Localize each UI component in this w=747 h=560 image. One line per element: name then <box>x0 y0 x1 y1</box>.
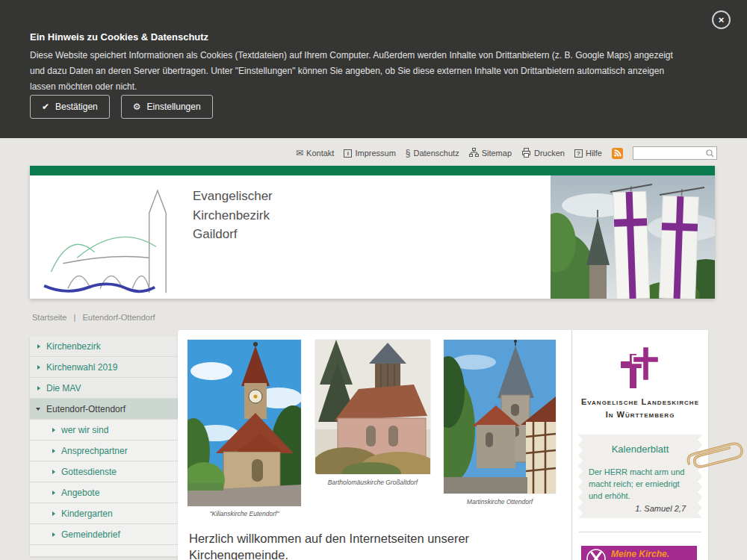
cookie-banner-title: Ein Hinweis zu Cookies & Datenschutz <box>30 31 208 43</box>
site-title-line2: Kirchenbezirk <box>193 206 273 225</box>
nav-drucken-label: Drucken <box>534 149 565 158</box>
sidebar-item-wer-wir-sind[interactable]: wer wir sind <box>30 420 178 441</box>
sidebar-item-label: Kindergarten <box>61 508 113 519</box>
printer-icon <box>521 148 531 159</box>
nav-drucken[interactable]: Drucken <box>521 148 565 159</box>
sidebar-item-label: Kirchenwahl 2019 <box>46 362 117 373</box>
site-title: Evangelischer Kirchenbezirk Gaildorf <box>193 187 273 244</box>
sidebar-item-kirchenbezirk[interactable]: Kirchenbezirk <box>30 336 178 357</box>
site-header: Evangelischer Kirchenbezirk Gaildorf <box>30 166 715 299</box>
chevron-right-icon <box>52 449 55 453</box>
kalenderblatt-quote: Der HERR macht arm und macht reich; er e… <box>589 467 692 503</box>
envelope-icon: ✉ <box>296 149 303 158</box>
gear-icon: ⚙ <box>133 102 141 112</box>
close-icon[interactable]: × <box>712 10 731 29</box>
sidebar-item-label: wer wir sind <box>61 425 108 435</box>
chevron-right-icon <box>52 491 55 495</box>
landeskirche-name-line2: In Württemberg <box>572 408 708 421</box>
sidebar-item-angebote[interactable]: Angebote <box>30 482 178 503</box>
search-icon[interactable] <box>706 149 714 159</box>
site-title-line3: Gaildorf <box>193 225 273 244</box>
chevron-right-icon <box>37 386 40 391</box>
meine-kirche-text: Meine Kirche. <box>611 549 669 559</box>
cookie-banner: × Ein Hinweis zu Cookies & Datenschutz D… <box>0 0 747 138</box>
sidebar-item-label: Gemeindebrief <box>61 529 120 540</box>
sidebar-item-label: Die MAV <box>46 383 81 393</box>
breadcrumb-current[interactable]: Eutendorf-Ottendorf <box>82 313 155 322</box>
nav-kontakt[interactable]: ✉ Kontakt <box>296 149 334 158</box>
nav-sitemap-label: Sitemap <box>482 149 512 158</box>
photo-caption: "Kilianskirche Eutendorf" <box>187 510 301 517</box>
sitemap-icon <box>469 148 479 158</box>
church-photo-grossaltdorf[interactable]: Bartholomäuskirche Großaltdorf <box>315 340 430 474</box>
check-icon: ✔ <box>42 102 49 112</box>
sidebar-item-label: Eutendorf-Ottendorf <box>46 404 125 414</box>
sidebar-item-label: Ansprechpartner <box>61 446 128 456</box>
breadcrumb-home[interactable]: Startseite <box>32 313 66 322</box>
header-green-bar <box>30 166 715 175</box>
landeskirche-logo[interactable]: Evangelische Landeskirche In Württemberg <box>572 346 708 420</box>
chevron-right-icon <box>52 511 55 516</box>
settings-button-label: Einstellungen <box>147 102 201 112</box>
chevron-right-icon <box>52 428 55 432</box>
main-content: "Kilianskirche Eutendorf" <box>178 330 571 560</box>
kalenderblatt-source: 1. Samuel 2,7 <box>578 504 686 513</box>
nav-hilfe[interactable]: ? Hilfe <box>574 149 602 158</box>
landeskirche-name-line1: Evangelische Landeskirche <box>572 396 708 408</box>
site-title-line1: Evangelischer <box>193 187 273 206</box>
breadcrumb: Startseite | Eutendorf-Ottendorf <box>32 313 155 322</box>
nav-datenschutz[interactable]: § Datenschutz <box>406 149 459 158</box>
rss-icon[interactable] <box>612 148 623 159</box>
utility-nav: ✉ Kontakt i Impressum § Datenschutz Site… <box>296 146 717 160</box>
sidebar-item-gottesdienste[interactable]: Gottesdienste <box>30 461 178 482</box>
chevron-right-icon <box>37 365 40 370</box>
search-box <box>633 146 717 160</box>
right-sidebar: Evangelische Landeskirche In Württemberg… <box>572 330 708 560</box>
sidebar-item-label: Kirchenbezirk <box>46 341 101 352</box>
sidebar-item-die-mav[interactable]: Die MAV <box>30 378 178 399</box>
header-photo-flags <box>551 175 715 299</box>
settings-button[interactable]: ⚙ Einstellungen <box>121 95 213 119</box>
sidebar-item-eutendorf-ottendorf[interactable]: Eutendorf-Ottendorf <box>30 399 178 420</box>
nav-datenschutz-label: Datenschutz <box>414 149 459 158</box>
sidebar-item-label: Angebote <box>61 488 99 498</box>
meine-kirche-banner[interactable]: Meine Kirche. … <box>581 546 697 560</box>
photo-caption: Bartholomäuskirche Großaltdorf <box>315 479 430 486</box>
confirm-button-label: Bestätigen <box>55 102 98 112</box>
nav-sitemap[interactable]: Sitemap <box>469 148 512 158</box>
nav-impressum-label: Impressum <box>355 149 395 158</box>
paperclip-icon <box>681 433 746 479</box>
sidebar-item-partial <box>30 545 178 556</box>
sidebar-item-kindergarten[interactable]: Kindergarten <box>30 503 178 524</box>
church-photo-eutendorf[interactable]: "Kilianskirche Eutendorf" <box>187 340 301 506</box>
chevron-right-icon <box>37 344 40 349</box>
section-icon: § <box>406 149 411 158</box>
sidebar-item-label: Gottesdienste <box>61 467 117 477</box>
help-icon: ? <box>574 149 583 158</box>
chevron-right-icon <box>52 470 55 474</box>
chevron-down-icon <box>36 408 40 411</box>
nav-hilfe-label: Hilfe <box>586 149 602 158</box>
sidebar-divider <box>579 532 701 532</box>
nav-impressum[interactable]: i Impressum <box>344 149 395 158</box>
cookie-banner-text: Diese Website speichert Informationen al… <box>30 48 686 95</box>
double-cross-icon <box>621 346 660 388</box>
photo-caption: Martinskirche Ottendorf <box>444 498 556 505</box>
site-logo-drawing[interactable] <box>37 182 187 297</box>
sidebar-menu: Kirchenbezirk Kirchenwahl 2019 Die MAV E… <box>30 336 178 556</box>
sidebar-item-ansprechpartner[interactable]: Ansprechpartner <box>30 441 178 461</box>
info-icon: i <box>344 149 352 158</box>
search-input[interactable] <box>633 147 716 159</box>
church-photo-ottendorf[interactable]: Martinskirche Ottendorf <box>444 340 556 494</box>
sidebar-item-gemeindebrief[interactable]: Gemeindebrief <box>30 524 178 545</box>
page: ✉ Kontakt i Impressum § Datenschutz Site… <box>0 0 747 560</box>
confirm-button[interactable]: ✔ Bestätigen <box>30 95 110 119</box>
chevron-right-icon <box>52 532 55 537</box>
kirchenwahl-logo-icon <box>586 549 606 560</box>
sidebar-item-kirchenwahl[interactable]: Kirchenwahl 2019 <box>30 357 178 378</box>
breadcrumb-separator: | <box>74 313 76 322</box>
nav-kontakt-label: Kontakt <box>306 149 334 158</box>
welcome-text: Herzlich willkommen auf den Internetseit… <box>189 530 510 560</box>
